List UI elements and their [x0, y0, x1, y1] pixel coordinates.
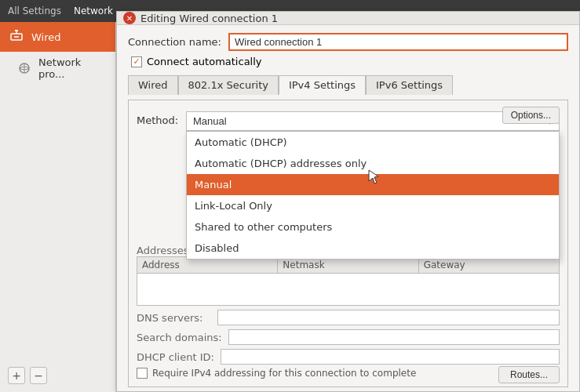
- remove-connection-button[interactable]: −: [30, 367, 47, 384]
- require-ipv4-row: Require IPv4 addressing for this connect…: [137, 368, 560, 379]
- method-option-auto-dhcp-only[interactable]: Automatic (DHCP) addresses only: [187, 153, 559, 174]
- sidebar-item-network-proxy[interactable]: Network pro...: [0, 52, 115, 85]
- method-dropdown-menu: Automatic (DHCP) Automatic (DHCP) addres…: [186, 131, 560, 260]
- method-option-link-local[interactable]: Link-Local Only: [187, 195, 559, 216]
- modal-titlebar: ✕ Editing Wired connection 1: [117, 12, 579, 25]
- address-empty-row[interactable]: [137, 274, 559, 305]
- tab-content-ipv4: Method: Manual ▾ Automatic (DHCP) Automa…: [128, 100, 568, 387]
- dhcp-row: DHCP client ID:: [137, 349, 560, 365]
- search-domains-row: Search domains:: [137, 329, 560, 345]
- network-link[interactable]: Network: [74, 5, 113, 16]
- sidebar: Wired Network pro... + −: [0, 22, 116, 392]
- routes-button[interactable]: Routes...: [498, 366, 560, 383]
- close-button[interactable]: ✕: [123, 12, 136, 24]
- address-table-header: Address Netmask Gateway: [137, 257, 559, 274]
- connect-auto-label: Connect automatically: [147, 56, 262, 67]
- svg-rect-3: [15, 30, 18, 31]
- tab-ipv4-settings[interactable]: IPv4 Settings: [279, 75, 366, 95]
- connect-auto-checkbox[interactable]: ✓: [131, 56, 142, 67]
- options-button[interactable]: Options...: [502, 107, 560, 124]
- require-ipv4-checkbox[interactable]: [137, 368, 148, 379]
- connection-name-label: Connection name:: [128, 36, 222, 48]
- search-domains-input[interactable]: [228, 329, 560, 345]
- network-proxy-icon: [16, 60, 32, 77]
- sidebar-network-proxy-label: Network pro...: [38, 56, 108, 80]
- method-label: Method:: [137, 111, 180, 126]
- wired-icon: [8, 28, 25, 45]
- method-row: Method: Manual ▾ Automatic (DHCP) Automa…: [137, 111, 560, 131]
- search-domains-label: Search domains:: [137, 332, 222, 343]
- dhcp-input[interactable]: [221, 349, 560, 365]
- address-col-header: Address: [137, 257, 278, 273]
- method-option-manual[interactable]: Manual: [187, 174, 559, 195]
- tab-bar: Wired 802.1x Security IPv4 Settings IPv6…: [128, 75, 568, 95]
- gateway-col-header: Gateway: [419, 257, 559, 273]
- method-option-disabled[interactable]: Disabled: [187, 238, 559, 259]
- connect-auto-row: ✓ Connect automatically: [131, 56, 568, 67]
- all-settings-link[interactable]: All Settings: [8, 5, 61, 16]
- require-ipv4-label: Require IPv4 addressing for this connect…: [152, 368, 416, 379]
- method-option-auto-dhcp[interactable]: Automatic (DHCP): [187, 132, 559, 153]
- sidebar-bottom-buttons: + −: [8, 367, 47, 384]
- method-option-shared[interactable]: Shared to other computers: [187, 216, 559, 238]
- sidebar-wired-label: Wired: [31, 31, 61, 43]
- add-connection-button[interactable]: +: [8, 367, 25, 384]
- modal-body: Connection name: ✓ Connect automatically…: [117, 25, 579, 392]
- modal-dialog: ✕ Editing Wired connection 1 Connection …: [116, 11, 580, 392]
- modal-title: Editing Wired connection 1: [140, 13, 278, 24]
- tab-wired[interactable]: Wired: [128, 75, 178, 95]
- connection-name-input[interactable]: [228, 33, 568, 51]
- tab-ipv6-settings[interactable]: IPv6 Settings: [366, 75, 453, 95]
- dns-label: DNS servers:: [137, 312, 211, 324]
- method-current-value: Manual: [193, 115, 227, 127]
- dhcp-label: DHCP client ID:: [137, 351, 214, 363]
- dns-input[interactable]: [217, 310, 560, 325]
- tab-802x-security[interactable]: 802.1x Security: [178, 75, 279, 95]
- addresses-label: Addresses: [137, 245, 189, 256]
- address-table: Address Netmask Gateway: [137, 256, 560, 306]
- sidebar-item-wired[interactable]: Wired: [0, 22, 115, 52]
- connection-name-row: Connection name:: [128, 33, 568, 51]
- netmask-col-header: Netmask: [278, 257, 418, 273]
- dns-row: DNS servers:: [137, 310, 560, 325]
